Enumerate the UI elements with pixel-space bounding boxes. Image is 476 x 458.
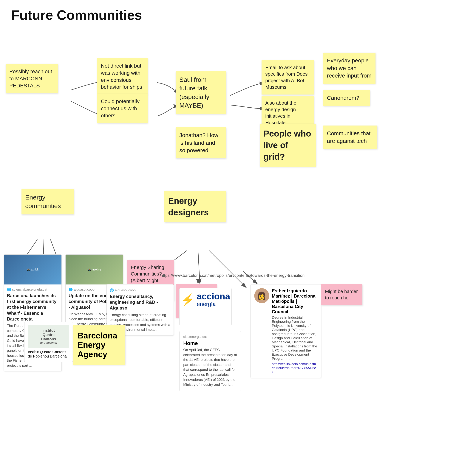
sticky-canondrom: Canondrom? — [323, 90, 370, 106]
arrows-overlay — [0, 26, 476, 458]
card-institut[interactable]: Institut Quatre Cantons de Poblenou Inst… — [24, 322, 73, 362]
sticky-communities-against: Communities that are against tech — [323, 126, 377, 149]
card-site-barceloneta: 🌐 scienciabarceloneta.cat — [7, 288, 59, 292]
page-title: Future Communities — [0, 0, 476, 26]
card-title-barceloneta: Barcelona launches its first energy comm… — [7, 293, 59, 322]
card-site-aiguasol: 🌐 ajguasol.coop — [110, 288, 170, 292]
canvas: Possibly reach out to MARCONN PEDESTALS … — [0, 26, 476, 458]
sticky-jonathan: Jonathan? How is his land and so powered — [176, 127, 226, 158]
sticky-energy-communities: Energy communities — [21, 189, 74, 214]
sticky-could-connect: Could potentially connect us with others — [97, 94, 148, 123]
url-link: https://www.barcelona.cat/metropolis/en/… — [161, 273, 305, 278]
institut-name: Institut Quatre Cantons de Poblenou Barc… — [28, 350, 69, 358]
sticky-marconn: Possibly reach out to MARCONN PEDESTALS — [6, 64, 58, 93]
sticky-not-direct: Not direct link but was working with env… — [97, 58, 148, 95]
sticky-barcelona-energy: Barcelona Energy Agency — [73, 325, 125, 365]
card-ceec[interactable]: clustenergia.cat Home On April 3rd, the … — [179, 331, 241, 391]
card-title-aiguasol: Energy consultancy, engineering and R&D … — [110, 293, 170, 311]
profile-desc: Degree in Industrial Engineering from th… — [272, 315, 317, 361]
profile-link: https://es.linkedin.com/in/esther-izquie… — [272, 362, 317, 374]
profile-name: Esther Izquierdo Martínez | Barcelona Me… — [272, 288, 317, 314]
sticky-saul: Saul from future talk (especially MAYBE) — [176, 71, 226, 114]
acciona-logo[interactable]: ⚡ acciona energía — [179, 288, 232, 325]
sticky-email-specifics: Email to ask about specifics from Does p… — [262, 60, 314, 94]
sticky-energy-designers: Energy designers — [164, 191, 226, 222]
profile-esther[interactable]: 👩 Esther Izquierdo Martínez | Barcelona … — [250, 284, 321, 378]
sticky-might-harder: Might be harder to reach her — [321, 284, 362, 305]
sticky-people-offgrid: People who live of grid? — [260, 124, 316, 167]
sticky-everyday-people: Everyday people who we can receive input… — [323, 53, 375, 84]
